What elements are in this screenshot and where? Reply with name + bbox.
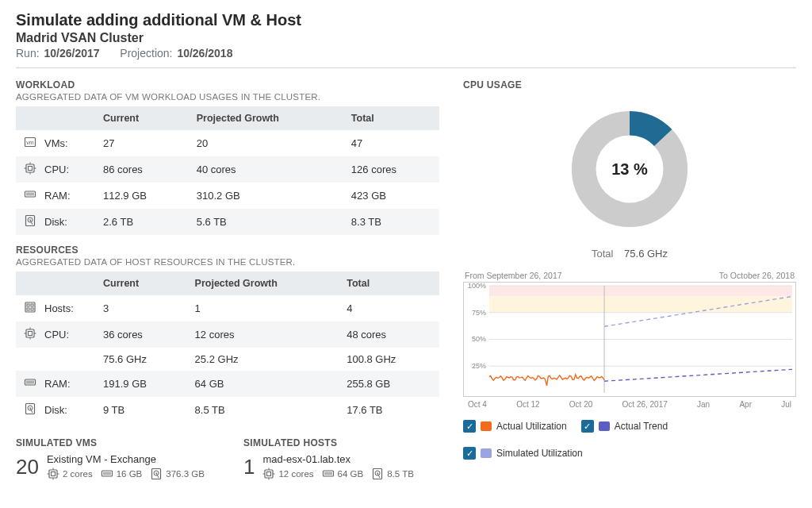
row-current: 86 cores (95, 156, 189, 183)
row-total: 126 cores (343, 156, 439, 183)
svg-text:75%: 75% (472, 309, 486, 317)
svg-line-36 (604, 369, 792, 381)
legend-swatch (481, 421, 492, 431)
col-projected: Projected Growth (187, 271, 339, 295)
sim-host-count: 1 (243, 456, 255, 477)
row-projected: 310.2 GB (189, 183, 343, 209)
spec-item: 376.3 GB (150, 468, 205, 480)
checkbox-icon[interactable]: ✓ (581, 420, 594, 433)
trend-from: From September 26, 2017 (465, 271, 562, 280)
cpu-usage-donut: 13 % (562, 102, 697, 237)
row-total: 48 cores (339, 321, 439, 348)
xaxis-tick: Apr (739, 400, 752, 409)
cpu-usage-total: Total 75.6 GHz (592, 248, 668, 260)
disk-icon (150, 468, 163, 480)
chart-legend: ✓Actual Utilization✓Actual Trend✓Simulat… (463, 420, 796, 460)
row-label: Disk: (36, 209, 95, 235)
svg-text:25%: 25% (472, 362, 486, 370)
run-value: 10/26/2017 (44, 47, 99, 60)
row-projected: 12 cores (187, 321, 339, 348)
xaxis-tick: Oct 12 (516, 400, 539, 409)
ram-icon (24, 188, 36, 201)
table-row: CPU:36 cores12 cores48 cores (16, 321, 439, 348)
cpu-usage-percent: 13 % (562, 102, 697, 237)
spec-item: 12 cores (262, 468, 313, 480)
workload-table: Current Projected Growth Total VMs:27204… (16, 106, 439, 235)
disk-icon (24, 402, 36, 415)
row-label: RAM: (36, 183, 95, 209)
projection-label: Projection: (120, 47, 172, 60)
row-label: Disk: (36, 397, 95, 423)
row-projected: 40 cores (189, 156, 343, 183)
row-total: 47 (343, 130, 439, 156)
col-projected: Projected Growth (189, 106, 343, 130)
row-projected: 20 (189, 130, 343, 156)
run-label: Run: (16, 47, 40, 60)
sim-host-card: 1 mad-esx-01.lab.tex 12 cores64 GB8.5 TB (243, 453, 439, 480)
resources-subtitle: AGGREGATED DATA OF HOST RESOURCES IN THE… (16, 257, 439, 267)
row-current: 75.6 GHz (95, 348, 187, 371)
row-projected: 5.6 TB (189, 209, 343, 235)
spec-item: 8.5 TB (371, 468, 414, 480)
workload-title: WORKLOAD (16, 79, 439, 90)
xaxis-tick: Oct 20 (569, 400, 592, 409)
sim-vm-count: 20 (16, 456, 39, 477)
trend-to: To October 26, 2018 (719, 271, 795, 280)
legend-swatch (481, 448, 492, 458)
checkbox-icon[interactable]: ✓ (463, 420, 476, 433)
legend-item[interactable]: ✓Actual Trend (581, 420, 668, 433)
sim-hosts-title: SIMULATED HOSTS (243, 437, 439, 448)
disk-icon (371, 468, 384, 480)
legend-label: Actual Utilization (496, 421, 567, 432)
row-label: Hosts: (36, 295, 95, 321)
legend-label: Actual Trend (615, 421, 668, 432)
legend-item[interactable]: ✓Simulated Utilization (463, 447, 583, 460)
row-total: 100.8 GHz (339, 348, 439, 371)
row-label (36, 348, 95, 371)
sim-vm-name: Existing VM - Exchange (47, 453, 205, 465)
legend-item[interactable]: ✓Actual Utilization (463, 420, 567, 433)
row-label: RAM: (36, 371, 95, 397)
cpu-icon (262, 468, 275, 480)
row-label: CPU: (36, 321, 95, 348)
spec-item: 64 GB (322, 468, 364, 480)
table-row: Disk:2.6 TB5.6 TB8.3 TB (16, 209, 439, 235)
row-projected: 1 (187, 295, 339, 321)
row-projected: 25.2 GHz (187, 348, 339, 371)
host-icon (24, 301, 36, 314)
trend-chart-section: From September 26, 2017 To October 26, 2… (463, 271, 796, 409)
table-row: Disk:9 TB8.5 TB17.6 TB (16, 397, 439, 423)
row-total: 255.8 GB (339, 371, 439, 397)
disk-icon (24, 214, 36, 227)
xaxis-tick: Oct 4 (468, 400, 487, 409)
row-label: CPU: (36, 156, 95, 183)
row-total: 8.3 TB (343, 209, 439, 235)
svg-rect-25 (489, 286, 792, 297)
ram-icon (322, 468, 335, 480)
projection-value: 10/26/2018 (177, 47, 232, 60)
row-current: 3 (95, 295, 187, 321)
cpu-icon (47, 468, 59, 480)
row-current: 27 (95, 130, 189, 156)
row-current: 36 cores (95, 321, 187, 348)
col-current: Current (95, 271, 187, 295)
row-current: 9 TB (95, 397, 187, 423)
row-current: 191.9 GB (95, 371, 187, 397)
sim-host-name: mad-esx-01.lab.tex (262, 453, 413, 465)
svg-rect-26 (489, 296, 792, 312)
ram-icon (24, 376, 36, 389)
col-total: Total (339, 271, 439, 295)
workload-subtitle: AGGREGATED DATA OF VM WORKLOAD USAGES IN… (16, 92, 439, 102)
trend-chart[interactable]: 100%75%50%25% (463, 282, 796, 397)
table-row: RAM:112.9 GB310.2 GB423 GB (16, 183, 439, 209)
trend-xaxis: Oct 4Oct 12Oct 20Oct 26, 2017JanAprJul (463, 397, 796, 409)
sim-vms-title: SIMULATED VMS (16, 437, 212, 448)
col-current: Current (95, 106, 189, 130)
resources-title: RESOURCES (16, 244, 439, 256)
legend-label: Simulated Utilization (496, 448, 583, 459)
row-projected: 8.5 TB (187, 397, 339, 423)
resources-table: Current Projected Growth Total Hosts:314… (16, 271, 439, 423)
table-row: 75.6 GHz25.2 GHz100.8 GHz (16, 348, 439, 371)
table-row: CPU:86 cores40 cores126 cores (16, 156, 439, 183)
checkbox-icon[interactable]: ✓ (463, 447, 476, 460)
